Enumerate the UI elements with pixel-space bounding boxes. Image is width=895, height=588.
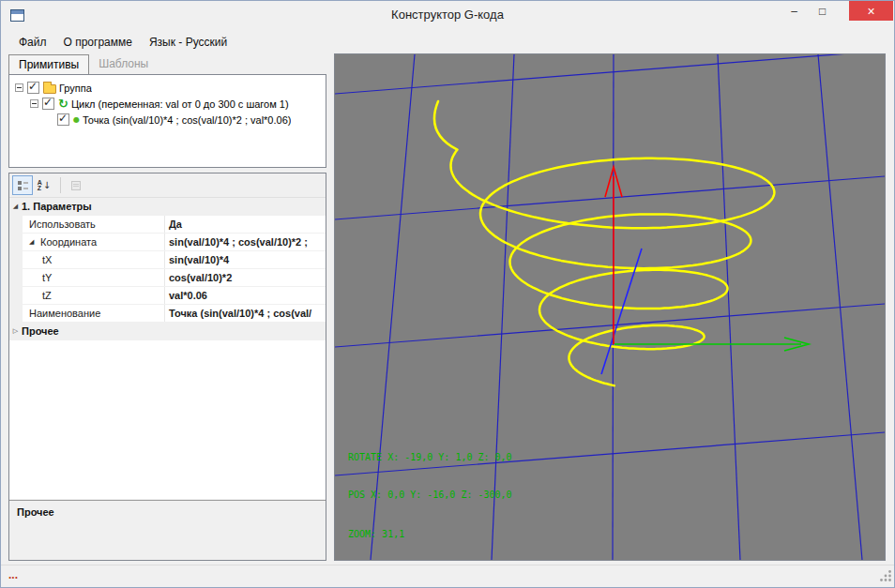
folder-icon	[43, 84, 56, 94]
hud-pos: POS X: 0,0 Y: -16,0 Z: -300,0	[348, 490, 512, 500]
menubar: Файл О программе Язык - Русский	[1, 29, 894, 54]
property-value[interactable]: cos(val/10)*2	[165, 269, 326, 286]
property-grid-rows: ◢ 1. Параметры Использовать Да ◢Координа…	[9, 197, 326, 499]
property-value[interactable]: sin(val/10)*4	[165, 251, 326, 268]
tree-item-point[interactable]: ✓ ● Точка (sin(val/10)*4 ; cos(val/10)*2…	[9, 112, 326, 128]
property-pages-button	[66, 175, 86, 195]
category-collapsed-icon[interactable]: ▷	[9, 327, 22, 335]
checkbox[interactable]: ✓	[42, 98, 54, 110]
property-row-tz[interactable]: tZ val*0.06	[9, 287, 326, 305]
property-value[interactable]: Да	[165, 216, 326, 233]
tree-panel: ✓ Группа ✓ ↻ Цикл (переменная: val от 0 …	[8, 74, 326, 168]
viewport-canvas[interactable]: ROTATE X: -19,0 Y: 1,0 Z: 0,0 POS X: 0,0…	[335, 54, 885, 560]
check-icon: ✓	[43, 96, 53, 109]
property-name: Наименование	[29, 308, 100, 319]
property-name: Использовать	[29, 219, 96, 230]
property-name: tX	[42, 254, 52, 265]
tree-item-label: Точка (sin(val/10)*4 ; cos(val/10)*2 ; v…	[83, 114, 291, 126]
checkbox[interactable]: ✓	[27, 82, 39, 94]
tab-primitives[interactable]: Примитивы	[8, 54, 89, 74]
property-name: tY	[42, 272, 52, 283]
category-label: 1. Параметры	[22, 201, 92, 212]
tree-item-group[interactable]: ✓ Группа	[9, 80, 326, 96]
category-expanded-icon[interactable]: ◢	[9, 203, 22, 210]
tree-expander-icon[interactable]	[15, 83, 23, 92]
tree-item-label: Цикл (переменная: val от 0 до 300 с шаго…	[71, 98, 289, 110]
checkbox[interactable]: ✓	[57, 113, 69, 126]
titlebar[interactable]: Конструктор G-кода – □ ×	[1, 1, 894, 29]
property-row-use[interactable]: Использовать Да	[9, 216, 326, 234]
window-title: Конструктор G-кода	[1, 8, 894, 22]
property-name: Координата	[40, 236, 97, 248]
property-value[interactable]: sin(val/10)*4 ; cos(val/10)*2 ;	[165, 234, 326, 250]
sort-arrow-icon: ↓	[43, 180, 51, 190]
tree-item-cycle[interactable]: ✓ ↻ Цикл (переменная: val от 0 до 300 с …	[9, 96, 326, 112]
categorized-icon	[17, 180, 29, 191]
app-window: Конструктор G-кода – □ × Файл О программ…	[0, 0, 895, 588]
menu-language[interactable]: Язык - Русский	[141, 31, 235, 53]
sort-az-icon: AZ	[38, 180, 42, 191]
property-pages-icon	[70, 180, 82, 191]
viewport-3d[interactable]: ROTATE X: -19,0 Y: 1,0 Z: 0,0 POS X: 0,0…	[334, 53, 886, 561]
property-grid-toolbar: AZ ↓	[9, 173, 326, 197]
menu-about[interactable]: О программе	[55, 31, 141, 53]
check-icon: ✓	[58, 112, 68, 125]
tab-templates[interactable]: Шаблоны	[89, 54, 158, 74]
point-icon: ●	[73, 116, 80, 124]
status-text: ...	[8, 568, 18, 581]
property-name: tZ	[42, 290, 52, 301]
categorized-button[interactable]	[12, 175, 33, 195]
tree-item-label: Группа	[59, 83, 92, 94]
check-icon: ✓	[28, 80, 38, 93]
maximize-button[interactable]: □	[809, 1, 836, 21]
property-row-ty[interactable]: tY cos(val/10)*2	[9, 269, 326, 287]
minimize-button[interactable]: –	[781, 1, 808, 21]
category-parameters[interactable]: ◢ 1. Параметры	[9, 198, 326, 216]
property-row-coordinate[interactable]: ◢Координата sin(val/10)*4 ; cos(val/10)*…	[9, 234, 326, 251]
toolbar-separator	[60, 177, 61, 193]
property-value[interactable]: Точка (sin(val/10)*4 ; cos(val/	[165, 305, 326, 322]
resize-grip-icon[interactable]	[879, 569, 892, 586]
property-help-panel: Прочее	[9, 500, 326, 560]
help-title: Прочее	[17, 506, 318, 518]
expand-icon[interactable]: ◢	[29, 238, 40, 246]
close-button[interactable]: ×	[849, 1, 893, 21]
menu-file[interactable]: Файл	[10, 31, 55, 53]
category-other[interactable]: ▷ Прочее	[9, 323, 326, 340]
tree-expander-icon[interactable]	[30, 99, 38, 108]
property-row-naming[interactable]: Наименование Точка (sin(val/10)*4 ; cos(…	[9, 305, 326, 323]
statusbar: ...	[1, 565, 894, 588]
category-label: Прочее	[22, 325, 59, 337]
hud-zoom: ZOOM: 31,1	[348, 529, 404, 539]
hud-rotate: ROTATE X: -19,0 Y: 1,0 Z: 0,0	[348, 452, 512, 462]
alphabetical-sort-button[interactable]: AZ ↓	[34, 175, 54, 195]
tabstrip: Примитивы Шаблоны	[8, 54, 158, 74]
property-value[interactable]: val*0.06	[165, 287, 326, 304]
cycle-icon: ↻	[58, 98, 68, 110]
property-grid: AZ ↓ ◢ 1. Параметры Использовать Да ◢Коо…	[8, 173, 326, 561]
property-row-tx[interactable]: tX sin(val/10)*4	[9, 251, 326, 269]
